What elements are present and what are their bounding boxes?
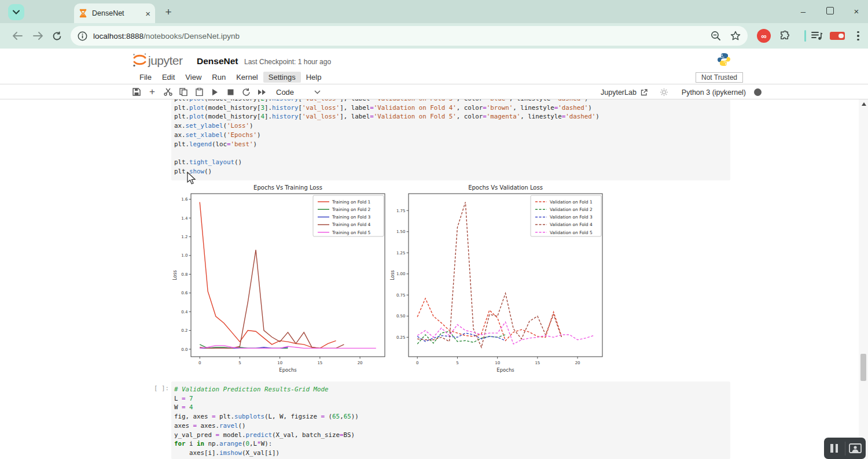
add-cell-button[interactable]: + [146,86,158,98]
menu-run[interactable]: Run [207,72,231,83]
external-link-icon[interactable] [641,89,648,96]
validation-loss-chart: Epochs Vs Validation Loss0.250.500.751.0… [389,183,606,376]
svg-text:0: 0 [416,361,418,365]
svg-text:Epochs: Epochs [279,367,297,373]
svg-text:Validation on Fold 1: Validation on Fold 1 [550,199,593,205]
camera-preview-button[interactable] [845,438,866,459]
mouse-cursor [186,172,197,186]
copy-cells-button[interactable] [178,86,189,98]
svg-text:5: 5 [456,361,458,365]
reading-list-icon[interactable] [810,29,824,43]
window-controls: – × [797,2,862,20]
forward-button[interactable] [31,29,45,43]
svg-text:20: 20 [575,361,580,365]
svg-text:0.50: 0.50 [396,314,406,319]
menu-file[interactable]: File [134,72,157,83]
tab-close-icon[interactable]: × [145,9,150,18]
interrupt-kernel-button[interactable] [225,86,236,98]
code-cell-input[interactable]: # Validation Prediction Results-Grid Mod… [171,382,730,459]
restart-kernel-button[interactable] [240,86,252,98]
cell-type-select[interactable]: Code [276,88,294,97]
bookmark-star-icon[interactable] [730,31,741,41]
pause-recording-button[interactable] [824,438,845,459]
last-checkpoint-label: Last Checkpoint: 1 hour ago [244,58,331,66]
menu-view[interactable]: View [180,72,207,83]
chevron-down-icon [13,10,20,14]
kernel-name-label[interactable]: Python 3 (ipykernel) [682,88,746,97]
scrollbar-track[interactable] [859,99,868,459]
jupyter-wordmark: jupyter [148,54,183,68]
code-editor[interactable]: plt.plot(model_history[2].history['val_l… [171,99,730,176]
cut-cells-button[interactable] [162,86,174,98]
svg-text:15: 15 [317,361,322,365]
paste-cells-button[interactable] [193,86,205,98]
svg-text:Epochs: Epochs [496,367,514,373]
cell-prompt: [ ]: [147,384,169,392]
svg-text:0.6: 0.6 [181,291,188,295]
scrollbar-thumb[interactable] [860,354,866,381]
svg-text:0.2: 0.2 [181,328,187,333]
python-logo-icon [716,52,731,67]
menu-edit[interactable]: Edit [157,72,180,83]
open-in-jupyterlab-link[interactable]: JupyterLab [601,88,637,97]
save-button[interactable] [131,86,142,98]
menu-help[interactable]: Help [301,72,327,83]
run-cell-button[interactable] [209,86,220,98]
settings-gear-icon[interactable] [660,88,668,97]
svg-text:0.25: 0.25 [396,335,406,340]
back-button[interactable] [10,29,24,43]
svg-text:Training on Fold 2: Training on Fold 2 [332,207,371,212]
jupyter-logo-icon [132,52,148,68]
menu-settings[interactable]: Settings [263,72,301,83]
svg-text:Validation on Fold 4: Validation on Fold 4 [550,222,593,227]
svg-text:Validation on Fold 3: Validation on Fold 3 [550,214,593,220]
code-cell-input[interactable]: plt.plot(model_history[2].history['val_l… [171,99,730,180]
jupyter-toolbar-right: JupyterLab Python 3 (ipykernel) [601,85,762,99]
not-trusted-button[interactable]: Not Trusted [696,72,743,83]
svg-text:1.50: 1.50 [396,230,406,234]
window-minimize-button[interactable]: – [797,6,809,16]
svg-text:1.00: 1.00 [396,272,406,276]
svg-text:1.2: 1.2 [181,235,187,239]
svg-text:Training on Fold 1: Training on Fold 1 [332,199,371,205]
adblocker-extension-icon[interactable]: ∞ [757,29,771,43]
svg-text:Training on Fold 3: Training on Fold 3 [332,214,371,220]
browser-tab-strip: DenseNet × + – × [0,0,868,23]
menu-kernel[interactable]: Kernel [231,72,263,83]
svg-text:Validation on Fold 5: Validation on Fold 5 [550,230,593,235]
svg-text:1.25: 1.25 [396,251,406,256]
svg-text:1.4: 1.4 [181,216,188,221]
svg-text:Training on Fold 5: Training on Fold 5 [332,230,371,235]
svg-text:0.8: 0.8 [181,272,187,277]
person-frame-icon [849,443,862,453]
browser-menu-kebab-icon[interactable] [854,29,862,43]
address-bar[interactable]: localhost:8888/notebooks/DenseNet.ipynb [71,26,748,46]
svg-text:1.75: 1.75 [396,209,406,213]
scrollbar-up-arrow[interactable] [862,102,866,106]
svg-text:Validation on Fold 2: Validation on Fold 2 [550,207,593,212]
svg-text:10: 10 [277,361,282,365]
svg-text:10: 10 [495,361,500,365]
extension-badge-icon[interactable] [830,32,845,40]
window-close-button[interactable]: × [851,6,862,16]
refresh-button[interactable] [50,29,64,43]
url-text[interactable]: localhost:8888/notebooks/DenseNet.ipynb [93,32,711,40]
new-tab-button[interactable]: + [162,6,175,18]
window-restore-button[interactable] [824,6,836,16]
training-loss-chart: Epochs Vs Training Loss0.00.20.40.60.81.… [171,183,389,376]
hourglass-favicon-icon [79,9,87,18]
page-info-icon[interactable] [78,31,87,41]
cell-type-chevron-icon[interactable] [314,90,321,94]
code-editor[interactable]: # Validation Prediction Results-Grid Mod… [171,382,730,458]
svg-text:1.6: 1.6 [181,197,188,202]
restart-run-all-button[interactable] [256,86,267,98]
pause-icon [830,444,838,453]
browser-tab-densenet[interactable]: DenseNet × [74,3,155,23]
notebook-title[interactable]: DenseNet [197,56,238,66]
tab-search-button[interactable] [8,4,24,20]
svg-text:Loss: Loss [390,270,395,280]
zoom-out-icon[interactable] [711,31,721,41]
extensions-puzzle-icon[interactable] [778,29,792,43]
svg-text:15: 15 [535,361,540,365]
toolbar-separator [804,30,806,42]
